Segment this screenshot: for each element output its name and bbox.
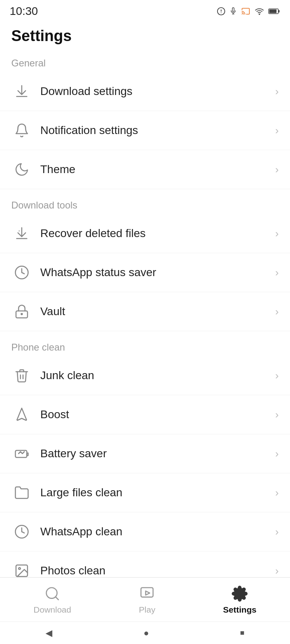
whatsapp-status-label: WhatsApp status saver <box>32 266 275 279</box>
svg-rect-15 <box>15 450 27 457</box>
menu-item-vault[interactable]: Vault › <box>0 292 290 331</box>
nav-settings-label: Settings <box>223 605 257 615</box>
status-icons <box>217 7 280 16</box>
menu-item-whatsapp-clean[interactable]: WhatsApp clean › <box>0 512 290 551</box>
page-title: Settings <box>0 21 290 54</box>
system-recent-button[interactable]: ■ <box>240 629 244 637</box>
svg-point-7 <box>259 14 260 14</box>
recover-deleted-icon <box>11 223 32 244</box>
section-header-phone-clean: Phone clean <box>0 339 290 356</box>
nav-download-label: Download <box>33 605 71 615</box>
menu-item-notification-settings[interactable]: Notification settings › <box>0 111 290 150</box>
nav-play-icon <box>138 585 156 603</box>
menu-item-download-settings[interactable]: Download settings › <box>0 72 290 111</box>
large-files-icon <box>11 482 32 503</box>
junk-clean-icon <box>11 365 32 386</box>
chevron-icon: › <box>275 266 279 279</box>
chevron-icon: › <box>275 526 279 538</box>
boost-icon <box>11 404 32 425</box>
whatsapp-clean-label: WhatsApp clean <box>32 525 275 538</box>
battery-saver-icon <box>11 443 32 464</box>
bottom-nav: Download Play Settings <box>0 577 290 621</box>
svg-marker-22 <box>146 591 150 595</box>
vault-icon <box>11 301 32 322</box>
boost-label: Boost <box>32 408 275 421</box>
nav-item-play[interactable]: Play <box>128 582 166 618</box>
notification-settings-icon <box>11 120 32 141</box>
nav-settings-icon <box>231 585 249 603</box>
whatsapp-clean-icon <box>11 521 32 542</box>
download-settings-label: Download settings <box>32 85 275 98</box>
menu-item-whatsapp-status[interactable]: WhatsApp status saver › <box>0 253 290 292</box>
wifi-icon <box>255 7 264 16</box>
menu-item-recover-deleted[interactable]: Recover deleted files › <box>0 214 290 253</box>
alert-icon <box>217 7 226 16</box>
svg-rect-3 <box>232 8 234 12</box>
large-files-label: Large files clean <box>32 486 275 499</box>
nav-download-icon <box>44 585 61 603</box>
download-settings-icon <box>11 81 32 102</box>
menu-item-junk-clean[interactable]: Junk clean › <box>0 356 290 395</box>
chevron-icon: › <box>275 227 279 240</box>
section-header-general: General <box>0 54 290 72</box>
section-header-download-tools: Download tools <box>0 196 290 214</box>
chevron-icon: › <box>275 163 279 176</box>
whatsapp-status-icon <box>11 262 32 283</box>
photos-clean-label: Photos clean <box>32 564 275 577</box>
chevron-icon: › <box>275 124 279 137</box>
system-back-button[interactable]: ◀ <box>46 628 52 638</box>
status-time: 10:30 <box>10 5 38 18</box>
svg-point-14 <box>21 314 22 315</box>
battery-status-icon <box>268 8 280 15</box>
battery-saver-label: Battery saver <box>32 447 275 460</box>
svg-point-18 <box>19 568 21 570</box>
vault-label: Vault <box>32 305 275 318</box>
nav-play-label: Play <box>139 605 155 615</box>
menu-item-theme[interactable]: Theme › <box>0 150 290 189</box>
svg-rect-10 <box>269 10 277 13</box>
svg-rect-9 <box>278 10 280 12</box>
mic-icon <box>230 7 237 16</box>
system-nav-bar: ◀ ● ■ <box>0 621 290 644</box>
cast-icon <box>241 7 251 16</box>
theme-label: Theme <box>32 163 275 176</box>
chevron-icon: › <box>275 448 279 460</box>
recover-deleted-label: Recover deleted files <box>32 227 275 240</box>
chevron-icon: › <box>275 305 279 318</box>
chevron-icon: › <box>275 85 279 98</box>
chevron-icon: › <box>275 487 279 499</box>
junk-clean-label: Junk clean <box>32 369 275 382</box>
system-home-button[interactable]: ● <box>143 628 149 638</box>
status-bar: 10:30 <box>0 0 290 21</box>
menu-item-large-files[interactable]: Large files clean › <box>0 473 290 512</box>
chevron-icon: › <box>275 369 279 382</box>
svg-line-20 <box>56 597 58 599</box>
svg-rect-21 <box>141 588 153 597</box>
chevron-icon: › <box>275 409 279 421</box>
notification-settings-label: Notification settings <box>32 124 275 137</box>
theme-icon <box>11 159 32 180</box>
menu-item-boost[interactable]: Boost › <box>0 395 290 434</box>
nav-item-download[interactable]: Download <box>24 582 81 618</box>
chevron-icon: › <box>275 565 279 577</box>
nav-item-settings[interactable]: Settings <box>213 582 266 618</box>
menu-item-battery-saver[interactable]: Battery saver › <box>0 434 290 473</box>
